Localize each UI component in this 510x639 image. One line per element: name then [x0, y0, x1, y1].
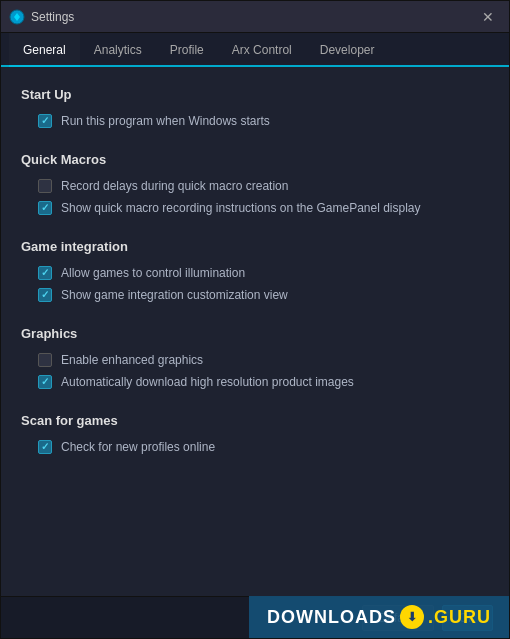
game-integration-section: Game integration Allow games to control … — [21, 239, 489, 306]
check-profiles-checkbox[interactable] — [37, 439, 53, 455]
enable-graphics-row[interactable]: Enable enhanced graphics — [21, 349, 489, 371]
game-integration-title: Game integration — [21, 239, 489, 254]
scan-games-section: Scan for games Check for new profiles on… — [21, 413, 489, 458]
quick-macros-title: Quick Macros — [21, 152, 489, 167]
window-title: Settings — [31, 10, 475, 24]
checkbox-checked-icon2 — [38, 201, 52, 215]
checkbox-unchecked-icon — [38, 179, 52, 193]
show-instructions-checkbox[interactable] — [37, 200, 53, 216]
run-on-startup-checkbox[interactable] — [37, 113, 53, 129]
checkbox-checked-icon4 — [38, 288, 52, 302]
footer: Default OK — [1, 596, 509, 638]
startup-section: Start Up Run this program when Windows s… — [21, 87, 489, 132]
title-bar: Settings ✕ — [1, 1, 509, 33]
tab-arx-control[interactable]: Arx Control — [218, 33, 306, 67]
enable-graphics-checkbox[interactable] — [37, 352, 53, 368]
settings-content: Start Up Run this program when Windows s… — [1, 67, 509, 596]
show-customization-checkbox[interactable] — [37, 287, 53, 303]
check-profiles-row[interactable]: Check for new profiles online — [21, 436, 489, 458]
run-on-startup-label: Run this program when Windows starts — [61, 114, 270, 128]
graphics-section: Graphics Enable enhanced graphics Automa… — [21, 326, 489, 393]
record-delays-checkbox[interactable] — [37, 178, 53, 194]
scan-games-title: Scan for games — [21, 413, 489, 428]
allow-games-row[interactable]: Allow games to control illumination — [21, 262, 489, 284]
show-customization-label: Show game integration customization view — [61, 288, 288, 302]
tab-general[interactable]: General — [9, 33, 80, 67]
enable-graphics-label: Enable enhanced graphics — [61, 353, 203, 367]
allow-games-label: Allow games to control illumination — [61, 266, 245, 280]
show-instructions-row[interactable]: Show quick macro recording instructions … — [21, 197, 489, 219]
checkbox-checked-icon5 — [38, 375, 52, 389]
auto-download-row[interactable]: Automatically download high resolution p… — [21, 371, 489, 393]
startup-title: Start Up — [21, 87, 489, 102]
app-icon — [9, 9, 25, 25]
default-button[interactable]: Default — [362, 605, 434, 631]
quick-macros-section: Quick Macros Record delays during quick … — [21, 152, 489, 219]
checkbox-checked-icon3 — [38, 266, 52, 280]
record-delays-label: Record delays during quick macro creatio… — [61, 179, 288, 193]
checkbox-checked-icon6 — [38, 440, 52, 454]
tab-analytics[interactable]: Analytics — [80, 33, 156, 67]
record-delays-row[interactable]: Record delays during quick macro creatio… — [21, 175, 489, 197]
ok-button[interactable]: OK — [442, 605, 493, 631]
run-on-startup-row[interactable]: Run this program when Windows starts — [21, 110, 489, 132]
auto-download-checkbox[interactable] — [37, 374, 53, 390]
checkbox-checked-icon — [38, 114, 52, 128]
check-profiles-label: Check for new profiles online — [61, 440, 215, 454]
settings-window: Settings ✕ General Analytics Profile Arx… — [0, 0, 510, 639]
checkbox-unchecked-icon2 — [38, 353, 52, 367]
close-button[interactable]: ✕ — [475, 4, 501, 30]
auto-download-label: Automatically download high resolution p… — [61, 375, 354, 389]
graphics-title: Graphics — [21, 326, 489, 341]
tab-developer[interactable]: Developer — [306, 33, 389, 67]
tabs-bar: General Analytics Profile Arx Control De… — [1, 33, 509, 67]
allow-games-checkbox[interactable] — [37, 265, 53, 281]
show-instructions-label: Show quick macro recording instructions … — [61, 201, 421, 215]
tab-profile[interactable]: Profile — [156, 33, 218, 67]
show-customization-row[interactable]: Show game integration customization view — [21, 284, 489, 306]
